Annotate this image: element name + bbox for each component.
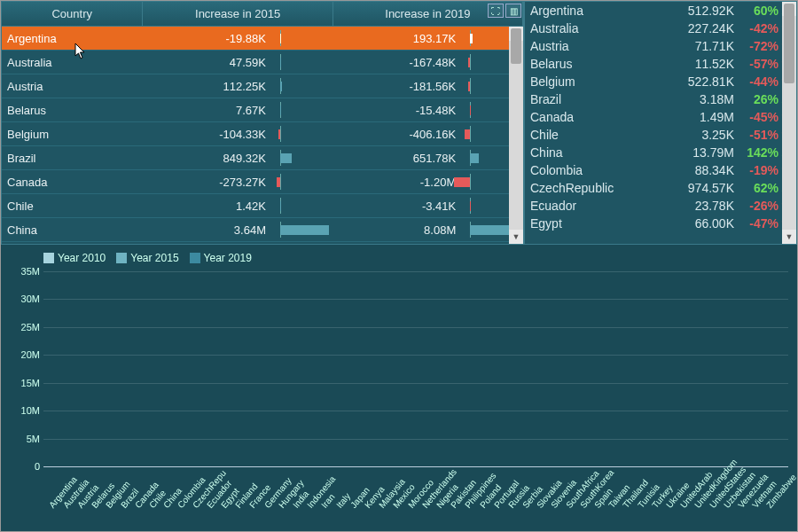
table-row[interactable]: Chile1.42K-3.41K bbox=[2, 194, 523, 218]
country-cell: Chile bbox=[2, 194, 143, 217]
list-item[interactable]: Belgium522.81K-44%▼ bbox=[525, 73, 796, 90]
value-2015: -273.27K bbox=[143, 170, 271, 193]
legend-label: Year 2010 bbox=[58, 252, 106, 264]
value-2015: 1.42K bbox=[143, 194, 271, 217]
chart-legend: Year 2010Year 2015Year 2019 bbox=[8, 248, 790, 264]
summary-amount: 71.71K bbox=[670, 39, 734, 53]
list-item[interactable]: Chile3.25K-51%▼ bbox=[525, 126, 796, 144]
summary-amount: 88.34K bbox=[670, 163, 734, 177]
x-tick: Italy bbox=[334, 491, 352, 510]
summary-amount: 522.81K bbox=[670, 74, 734, 89]
scroll-down-icon[interactable]: ▼ bbox=[782, 230, 796, 244]
summary-amount: 13.79M bbox=[670, 145, 734, 160]
sparkline bbox=[271, 122, 333, 145]
table-row[interactable]: Argentina-19.88K193.17K bbox=[2, 27, 523, 51]
country-cell: Brazil bbox=[2, 146, 143, 169]
table-row[interactable]: Canada-273.27K-1.20M bbox=[2, 170, 523, 194]
legend-item: Year 2019 bbox=[190, 252, 252, 264]
summary-list[interactable]: Argentina512.92K60%▲Australia227.24K-42%… bbox=[524, 1, 797, 245]
summary-name: Ecuador bbox=[530, 199, 670, 213]
summary-pct: -51% bbox=[734, 128, 778, 142]
legend-label: Year 2019 bbox=[204, 252, 252, 264]
summary-name: Chile bbox=[530, 128, 670, 142]
sparkline bbox=[271, 98, 333, 121]
sparkline bbox=[271, 218, 333, 241]
col-header-increase-2015[interactable]: Increase in 2015 bbox=[143, 2, 332, 26]
country-cell: China bbox=[2, 218, 143, 241]
list-item[interactable]: Canada1.49M-45%▼ bbox=[525, 108, 796, 126]
summary-pct: -47% bbox=[734, 216, 778, 231]
country-cell: Argentina bbox=[2, 27, 143, 50]
summary-amount: 512.92K bbox=[670, 4, 734, 18]
summary-pct: 62% bbox=[734, 181, 778, 195]
sparkline bbox=[271, 51, 333, 74]
summary-name: Argentina bbox=[530, 4, 670, 18]
value-2015: -19.88K bbox=[143, 27, 271, 50]
value-2015: 47.59K bbox=[143, 51, 271, 74]
summary-pct: -42% bbox=[734, 21, 778, 35]
table-row[interactable]: Australia47.59K-167.48K bbox=[2, 51, 523, 74]
country-cell: Belarus bbox=[2, 98, 143, 121]
country-cell: Canada bbox=[2, 170, 143, 193]
summary-pct: 142% bbox=[734, 145, 778, 160]
grid-header: Country Increase in 2015 Increase in 201… bbox=[2, 2, 523, 27]
summary-scrollbar[interactable]: ▲ ▼ bbox=[782, 2, 796, 244]
summary-name: Belgium bbox=[530, 74, 670, 89]
table-row[interactable]: Belgium-104.33K-406.16K bbox=[2, 122, 523, 146]
value-2019: 193.17K bbox=[333, 27, 462, 50]
summary-name: China bbox=[530, 145, 670, 160]
summary-pct: -19% bbox=[734, 163, 778, 177]
data-grid[interactable]: Country Increase in 2015 Increase in 201… bbox=[1, 1, 524, 245]
value-2019: -406.16K bbox=[333, 122, 462, 145]
grid-scrollbar[interactable]: ▲ ▼ bbox=[509, 27, 523, 244]
list-item[interactable]: Brazil3.18M26%▲ bbox=[525, 90, 796, 108]
summary-name: Colombia bbox=[530, 163, 670, 177]
y-tick: 25M bbox=[8, 322, 40, 332]
summary-name: Austria bbox=[530, 39, 670, 53]
y-tick: 30M bbox=[8, 293, 40, 304]
scroll-thumb[interactable] bbox=[511, 28, 521, 64]
y-tick: 0 bbox=[8, 461, 40, 472]
list-item[interactable]: Belarus11.52K-57%▼ bbox=[525, 55, 796, 73]
value-2015: 112.25K bbox=[143, 74, 271, 98]
value-2019: 651.78K bbox=[333, 146, 462, 169]
list-item[interactable]: Austria71.71K-72%▼ bbox=[525, 37, 796, 55]
value-2019: 8.08M bbox=[333, 218, 462, 241]
value-2019: -1.20M bbox=[333, 170, 462, 193]
summary-pct: -57% bbox=[734, 57, 778, 71]
sparkline bbox=[271, 194, 333, 217]
value-2019: -15.48K bbox=[333, 98, 462, 121]
list-item[interactable]: China13.79M142%▲ bbox=[525, 144, 796, 161]
country-cell: Austria bbox=[2, 74, 143, 98]
table-row[interactable]: Belarus7.67K-15.48K bbox=[2, 98, 523, 122]
legend-swatch bbox=[116, 253, 127, 263]
summary-name: Brazil bbox=[530, 92, 670, 106]
sparkline bbox=[271, 27, 333, 50]
scroll-down-icon[interactable]: ▼ bbox=[509, 230, 523, 244]
list-item[interactable]: Colombia88.34K-19%▼ bbox=[525, 161, 796, 179]
list-item[interactable]: CzechRepublic974.57K62%▲ bbox=[525, 179, 796, 197]
summary-amount: 66.00K bbox=[670, 216, 734, 231]
expand-icon[interactable]: ⛶ bbox=[488, 4, 504, 18]
list-item[interactable]: Ecuador23.78K-26%▼ bbox=[525, 197, 796, 215]
col-header-country[interactable]: Country bbox=[2, 2, 143, 26]
stacked-bar-chart: Year 2010Year 2015Year 2019 05M10M15M20M… bbox=[1, 245, 797, 531]
table-row[interactable]: Brazil849.32K651.78K bbox=[2, 146, 523, 170]
table-row[interactable]: Austria112.25K-181.56K bbox=[2, 74, 523, 98]
scroll-thumb[interactable] bbox=[784, 4, 794, 83]
summary-name: Australia bbox=[530, 21, 670, 35]
legend-swatch bbox=[190, 253, 200, 263]
list-item[interactable]: Argentina512.92K60%▲ bbox=[525, 2, 796, 20]
country-cell: Australia bbox=[2, 51, 143, 74]
table-row[interactable]: China3.64M8.08M bbox=[2, 218, 523, 242]
sparkline bbox=[271, 74, 333, 98]
summary-amount: 1.49M bbox=[670, 110, 734, 124]
chart-view-icon[interactable]: ▥ bbox=[505, 4, 521, 18]
summary-amount: 3.25K bbox=[670, 128, 734, 142]
value-2015: -104.33K bbox=[143, 122, 271, 145]
value-2015: 7.67K bbox=[143, 98, 271, 121]
list-item[interactable]: Australia227.24K-42%▼ bbox=[525, 20, 796, 37]
list-item[interactable]: Egypt66.00K-47%▼ bbox=[525, 215, 796, 232]
summary-amount: 23.78K bbox=[670, 199, 734, 213]
value-2019: -181.56K bbox=[333, 74, 462, 98]
